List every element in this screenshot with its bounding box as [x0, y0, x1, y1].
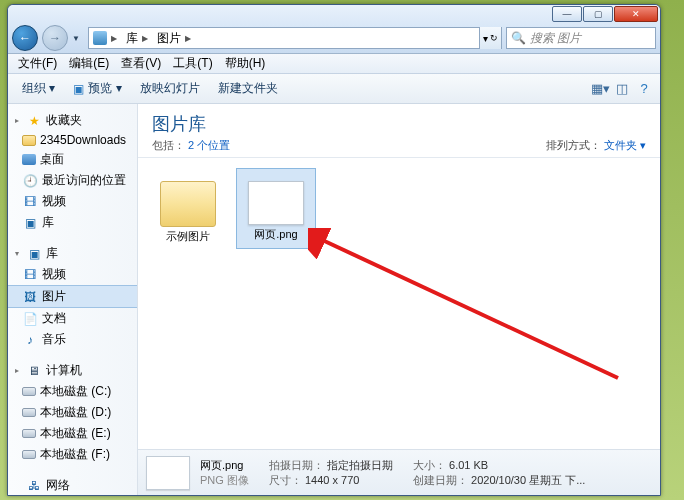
sidebar-item-downloads[interactable]: 2345Downloads — [8, 131, 137, 149]
sidebar-item-drive-e[interactable]: 本地磁盘 (E:) — [8, 423, 137, 444]
library-icon — [93, 31, 107, 45]
favorites-header[interactable]: ▸★收藏夹 — [8, 110, 137, 131]
help-button[interactable]: ? — [634, 79, 654, 99]
sidebar-item-videos-fav[interactable]: 🎞视频 — [8, 191, 137, 212]
search-placeholder: 搜索 图片 — [530, 30, 581, 47]
arrange-by[interactable]: 排列方式： 文件夹 ▾ — [546, 138, 646, 153]
details-created: 2020/10/30 星期五 下... — [471, 474, 585, 486]
sidebar-item-drive-f[interactable]: 本地磁盘 (F:) — [8, 444, 137, 465]
folder-icon — [22, 135, 36, 146]
history-dropdown[interactable]: ▼ — [72, 34, 84, 43]
details-size: 6.01 KB — [449, 459, 488, 471]
locations-link[interactable]: 2 个位置 — [188, 139, 230, 151]
window-chrome: — ▢ ✕ ← → ▼ ▶ 库▶ 图片▶ ▾↻ 🔍 搜索 图片 — [8, 5, 660, 54]
library-header: 图片库 包括： 2 个位置 排列方式： 文件夹 ▾ — [138, 104, 660, 158]
breadcrumb-pictures[interactable]: 图片 — [157, 30, 181, 47]
address-bar[interactable]: ▶ 库▶ 图片▶ ▾↻ — [88, 27, 502, 49]
menu-file[interactable]: 文件(F) — [12, 53, 63, 74]
back-button[interactable]: ← — [12, 25, 38, 51]
organize-button[interactable]: 组织 ▾ — [14, 77, 63, 100]
details-filename: 网页.png — [200, 458, 249, 473]
explorer-body: ▸★收藏夹 2345Downloads 桌面 🕘最近访问的位置 🎞视频 ▣库 ▾… — [8, 104, 660, 495]
folder-sample-pictures[interactable]: 示例图片 — [148, 168, 228, 249]
recent-icon: 🕘 — [22, 173, 38, 189]
svg-line-0 — [318, 238, 618, 378]
drive-icon — [22, 408, 36, 417]
video-icon: 🎞 — [22, 267, 38, 283]
titlebar: — ▢ ✕ — [8, 5, 660, 23]
command-bar: 组织 ▾ ▣预览 ▾ 放映幻灯片 新建文件夹 ▦▾ ◫ ? — [8, 74, 660, 104]
search-icon: 🔍 — [511, 31, 526, 45]
library-icon: ▣ — [22, 215, 38, 231]
menu-tools[interactable]: 工具(T) — [167, 53, 218, 74]
sidebar-item-docs-lib[interactable]: 📄文档 — [8, 308, 137, 329]
png-thumbnail — [248, 181, 304, 225]
menu-bar: 文件(F) 编辑(E) 查看(V) 工具(T) 帮助(H) — [8, 54, 660, 74]
sidebar-item-pictures-lib[interactable]: 🖼图片 — [8, 285, 137, 308]
network-header[interactable]: 🖧网络 — [8, 475, 137, 495]
new-folder-button[interactable]: 新建文件夹 — [210, 77, 286, 100]
content-pane: 图片库 包括： 2 个位置 排列方式： 文件夹 ▾ 示例图片 — [138, 104, 660, 495]
folder-icon — [160, 181, 216, 227]
maximize-button[interactable]: ▢ — [583, 6, 613, 22]
sidebar-item-desktop[interactable]: 桌面 — [8, 149, 137, 170]
annotation-red-arrow — [308, 228, 628, 388]
drive-icon — [22, 429, 36, 438]
preview-button[interactable]: ▣预览 ▾ — [65, 77, 129, 100]
computer-header[interactable]: ▸🖥计算机 — [8, 360, 137, 381]
nav-pane[interactable]: ▸★收藏夹 2345Downloads 桌面 🕘最近访问的位置 🎞视频 ▣库 ▾… — [8, 104, 138, 495]
music-icon: ♪ — [22, 332, 38, 348]
sidebar-item-drive-c[interactable]: 本地磁盘 (C:) — [8, 381, 137, 402]
sidebar-item-libs-fav[interactable]: ▣库 — [8, 212, 137, 233]
sidebar-item-drive-d[interactable]: 本地磁盘 (D:) — [8, 402, 137, 423]
sidebar-item-video-lib[interactable]: 🎞视频 — [8, 264, 137, 285]
view-options-button[interactable]: ▦▾ — [590, 79, 610, 99]
slideshow-button[interactable]: 放映幻灯片 — [132, 77, 208, 100]
library-title: 图片库 — [152, 112, 230, 136]
close-button[interactable]: ✕ — [614, 6, 658, 22]
minimize-button[interactable]: — — [552, 6, 582, 22]
breadcrumb-root[interactable]: 库 — [126, 30, 138, 47]
item-label: 网页.png — [254, 227, 297, 242]
libraries-header[interactable]: ▾▣库 — [8, 243, 137, 264]
menu-edit[interactable]: 编辑(E) — [63, 53, 115, 74]
forward-button[interactable]: → — [42, 25, 68, 51]
refresh-button[interactable]: ▾↻ — [479, 27, 501, 49]
desktop-icon — [22, 154, 36, 165]
details-thumbnail — [146, 456, 190, 490]
sidebar-item-music-lib[interactable]: ♪音乐 — [8, 329, 137, 350]
sidebar-item-recent[interactable]: 🕘最近访问的位置 — [8, 170, 137, 191]
nav-bar: ← → ▼ ▶ 库▶ 图片▶ ▾↻ 🔍 搜索 图片 — [8, 23, 660, 53]
drive-icon — [22, 450, 36, 459]
items-view[interactable]: 示例图片 网页.png — [138, 158, 660, 449]
computer-icon: 🖥 — [26, 363, 42, 379]
details-date-taken[interactable]: 指定拍摄日期 — [327, 459, 393, 471]
menu-view[interactable]: 查看(V) — [115, 53, 167, 74]
explorer-window: — ▢ ✕ ← → ▼ ▶ 库▶ 图片▶ ▾↻ 🔍 搜索 图片 文件(F) 编辑… — [7, 4, 661, 496]
item-label: 示例图片 — [166, 229, 210, 244]
star-icon: ★ — [26, 113, 42, 129]
documents-icon: 📄 — [22, 311, 38, 327]
library-icon: ▣ — [26, 246, 42, 262]
details-type: PNG 图像 — [200, 473, 249, 488]
search-input[interactable]: 🔍 搜索 图片 — [506, 27, 656, 49]
file-webpage-png[interactable]: 网页.png — [236, 168, 316, 249]
preview-pane-button[interactable]: ◫ — [612, 79, 632, 99]
pictures-icon: 🖼 — [22, 289, 38, 305]
video-icon: 🎞 — [22, 194, 38, 210]
library-subtitle: 包括： 2 个位置 — [152, 138, 230, 153]
network-icon: 🖧 — [26, 478, 42, 494]
details-pane: 网页.png 拍摄日期： 指定拍摄日期 大小： 6.01 KB PNG 图像 尺… — [138, 449, 660, 495]
menu-help[interactable]: 帮助(H) — [219, 53, 272, 74]
drive-icon — [22, 387, 36, 396]
arrange-value[interactable]: 文件夹 ▾ — [604, 139, 646, 151]
details-dimensions: 1440 x 770 — [305, 474, 359, 486]
